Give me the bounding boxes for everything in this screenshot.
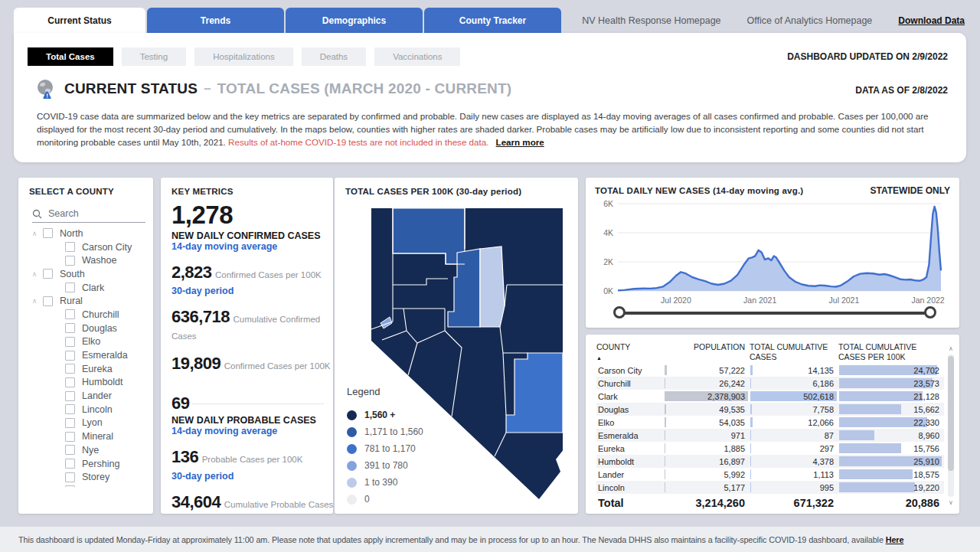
globe-alert-icon [37, 79, 57, 99]
description-red-note: Results of at-home COVID-19 tests are no… [228, 137, 488, 147]
county-group-rural[interactable]: ∧Rural [29, 294, 153, 308]
legend-item: 1,560 + [347, 407, 423, 423]
metric-cumulative-confirmed: 636,718 [172, 307, 230, 326]
county-tree: ∧NorthCarson CityWashoe∧SouthClark∧Rural… [29, 227, 153, 487]
checkbox-carson-city[interactable] [65, 242, 75, 252]
collapse-chevron-icon[interactable]: ∧ [29, 230, 40, 237]
subtab-testing[interactable]: Testing [122, 47, 186, 66]
checkbox-elko[interactable] [65, 337, 75, 347]
table-row-churchill[interactable]: Churchill26,2426,18623,573 [596, 377, 944, 390]
scrollbar-thumb[interactable] [948, 356, 954, 471]
county-item-lander[interactable]: Lander [29, 389, 153, 403]
checkbox-humboldt[interactable] [65, 377, 75, 387]
table-row-elko[interactable]: Elko54,03512,06622,330 [596, 416, 944, 429]
slider-handle-end[interactable] [924, 306, 936, 318]
map-county-eureka[interactable] [480, 247, 505, 327]
checkbox-storey[interactable] [65, 472, 75, 482]
scroll-down-icon[interactable]: ∨ [947, 499, 955, 506]
page-subtitle: TOTAL CASES (MARCH 2020 - CURRENT) [217, 80, 512, 97]
checkbox-rural[interactable] [43, 296, 53, 306]
subtab-deaths[interactable]: Deaths [302, 47, 366, 66]
table-row-lincoln[interactable]: Lincoln5,17799519,220 [596, 481, 944, 494]
county-item-douglas[interactable]: Douglas [29, 322, 153, 335]
county-item-washoe[interactable]: Washoe [29, 253, 153, 267]
checkbox-washoe[interactable] [65, 256, 75, 266]
checkbox-douglas[interactable] [65, 323, 75, 333]
checkbox-lyon[interactable] [65, 418, 75, 428]
county-item-churchill[interactable]: Churchill [29, 308, 153, 322]
county-item-mineral[interactable]: Mineral [29, 430, 153, 443]
checkbox-mineral[interactable] [65, 432, 75, 442]
slider-track[interactable] [619, 312, 930, 315]
checkbox-south[interactable] [43, 269, 53, 279]
checkbox-churchill[interactable] [65, 309, 75, 319]
metric-new-daily-confirmed: 1,278 [172, 202, 324, 229]
nav-link-nv-health-response[interactable]: NV Health Response Homepage [582, 15, 720, 26]
data-as-of-label: DATA AS OF 2/8/2022 [855, 85, 948, 96]
county-group-south[interactable]: ∧South [29, 267, 153, 281]
nav-link-office-of-analytics[interactable]: Office of Analytics Homepage [747, 15, 873, 26]
tab-trends[interactable]: Trends [147, 8, 284, 33]
map-legend-title: Legend [347, 386, 423, 397]
county-item-white-pine[interactable]: White Pine [29, 484, 153, 487]
metric-confirmed-per100k-30d: 2,823 [172, 263, 212, 282]
table-row-clark[interactable]: Clark2,378,903502,61821,128 [596, 390, 944, 403]
table-row-humboldt[interactable]: Humboldt16,8974,37825,910 [596, 455, 944, 468]
tab-demographics[interactable]: Demographics [286, 8, 423, 33]
subtab-vaccinations[interactable]: Vaccinations [374, 47, 460, 66]
county-group-north[interactable]: ∧North [29, 227, 153, 240]
county-item-carson-city[interactable]: Carson City [29, 240, 153, 254]
checkbox-white-pine[interactable] [65, 485, 75, 487]
county-item-lincoln[interactable]: Lincoln [29, 403, 153, 416]
svg-text:2K: 2K [603, 257, 613, 266]
county-search-input[interactable] [48, 208, 125, 219]
checkbox-eureka[interactable] [65, 364, 75, 374]
county-panel-title: SELECT A COUNTY [29, 187, 153, 196]
county-item-eureka[interactable]: Eureka [29, 362, 153, 376]
checkbox-clark[interactable] [65, 283, 75, 292]
county-item-clark[interactable]: Clark [29, 281, 153, 295]
checkbox-esmeralda[interactable] [65, 351, 75, 361]
download-data-link[interactable]: Download Data [898, 15, 965, 26]
daily-cases-area-chart: 0K2K4K6KJul 2020Jan 2021Jul 2021Jan 2022 [595, 198, 947, 309]
checkbox-pershing[interactable] [65, 459, 75, 469]
table-row-lander[interactable]: Lander5,9921,11318,575 [596, 468, 944, 481]
county-item-humboldt[interactable]: Humboldt [29, 376, 153, 390]
checkbox-lander[interactable] [65, 391, 75, 401]
checkbox-lincoln[interactable] [65, 404, 75, 414]
checkbox-north[interactable] [43, 228, 53, 238]
tab-current-status[interactable]: Current Status [14, 8, 145, 33]
map-legend: Legend 1,560 +1,171 to 1,560781 to 1,170… [347, 386, 423, 508]
county-item-storey[interactable]: Storey [29, 470, 153, 484]
legend-item: 391 to 780 [347, 457, 423, 474]
subtab-hospitalizations[interactable]: Hospitalizations [194, 47, 293, 66]
map-title: TOTAL CASES PER 100K (30-day period) [345, 187, 578, 196]
learn-more-link[interactable]: Learn more [496, 137, 544, 147]
slider-handle-start[interactable] [613, 306, 626, 318]
column-header-county[interactable]: COUNTY ▲ [596, 342, 664, 364]
tab-county-tracker[interactable]: County Tracker [424, 8, 561, 33]
table-row-carson-city[interactable]: Carson City57,22214,13524,702 [596, 364, 944, 377]
table-row-esmeralda[interactable]: Esmeralda971878,960 [596, 429, 944, 442]
legend-item: 1,171 to 1,560 [347, 423, 423, 440]
column-header-cases-per-100k[interactable]: TOTAL CUMULATIVE CASES PER 100K [838, 342, 944, 364]
checkbox-nye[interactable] [65, 445, 75, 455]
scroll-up-icon[interactable]: ∧ [947, 345, 955, 352]
table-row-eureka[interactable]: Eureka1,88529715,756 [596, 442, 944, 455]
county-item-pershing[interactable]: Pershing [29, 457, 153, 471]
legend-dot-icon [347, 461, 357, 471]
column-header-total-cases[interactable]: TOTAL CUMULATIVE CASES [750, 342, 838, 364]
county-item-nye[interactable]: Nye [29, 443, 153, 457]
subtab-total-cases[interactable]: Total Cases [28, 47, 113, 66]
collapse-chevron-icon[interactable]: ∧ [29, 297, 40, 305]
sub-tabs: Total CasesTestingHospitalizationsDeaths… [28, 47, 460, 66]
map-county-lincoln[interactable] [506, 353, 563, 433]
map-panel: TOTAL CASES PER 100K (30-day period) [335, 178, 578, 514]
column-header-population[interactable]: POPULATION [664, 342, 750, 364]
collapse-chevron-icon[interactable]: ∧ [29, 270, 40, 278]
county-item-elko[interactable]: Elko [29, 335, 153, 349]
footer-here-link[interactable]: Here [886, 535, 904, 544]
county-item-esmeralda[interactable]: Esmeralda [29, 348, 153, 362]
table-row-douglas[interactable]: Douglas49,5357,75815,662 [596, 403, 944, 416]
county-item-lyon[interactable]: Lyon [29, 416, 153, 430]
